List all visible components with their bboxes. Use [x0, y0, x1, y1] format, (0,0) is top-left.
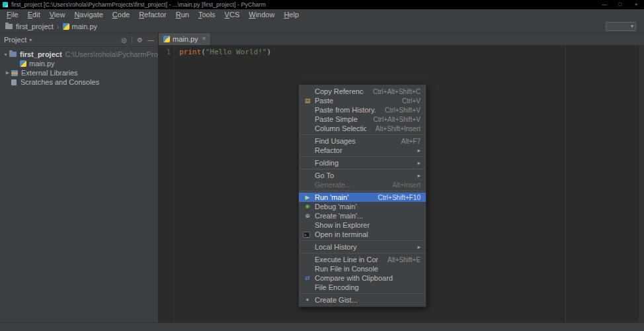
breadcrumb-project[interactable]: first_project: [16, 23, 54, 30]
menu-refactor[interactable]: Refactor: [134, 9, 171, 20]
tree-item-label: main.py: [29, 60, 55, 68]
line-number: 1: [167, 48, 171, 56]
menu-item-file-encoding[interactable]: File Encoding: [299, 283, 426, 292]
menu-item-run-file-in-console[interactable]: Run File in Console: [299, 264, 426, 273]
python-file-icon: [63, 23, 69, 30]
menu-item-compare-with-clipboard[interactable]: ⇄ Compare with Clipboard: [299, 273, 426, 283]
menu-tools[interactable]: Tools: [194, 9, 220, 20]
menu-separator: [300, 134, 425, 135]
tree-item-main-py[interactable]: main.py: [0, 59, 158, 68]
tree-item-path: C:\Users\rohola\PycharmProjects\first_pr…: [65, 50, 158, 58]
tree-expanded-icon[interactable]: ▼: [2, 52, 9, 57]
project-tool-window: Project ▾ ◎ ⚙ — ▼ first_project C:\Users…: [0, 33, 159, 322]
close-button[interactable]: ×: [628, 0, 644, 9]
editor-gutter: 1: [159, 46, 175, 322]
menu-item-refactor[interactable]: Refactor ▸: [299, 146, 426, 155]
menu-window[interactable]: Window: [244, 9, 279, 20]
project-panel-title[interactable]: Project: [4, 36, 26, 44]
menu-item-column-selection-mode[interactable]: Column Selection Mode Alt+Shift+Insert: [299, 124, 426, 133]
locate-file-icon[interactable]: ◎: [121, 36, 127, 44]
menu-separator: [300, 169, 425, 169]
title-bar: first_project [C:\Users\rohola\PycharmPr…: [0, 0, 644, 9]
menu-item-paste[interactable]: ▤ Paste Ctrl+V: [299, 96, 426, 105]
menu-separator: [300, 240, 425, 241]
toolbar-divider: [132, 36, 132, 44]
run-configuration-select[interactable]: ▾: [606, 22, 636, 31]
code-line: print("Hello World!"): [179, 48, 271, 56]
chevron-down-icon[interactable]: ▾: [29, 37, 32, 43]
menu-item-paste-simple[interactable]: Paste Simple Ctrl+Alt+Shift+V: [299, 115, 426, 124]
breadcrumb-file[interactable]: main.py: [72, 23, 98, 30]
menu-view[interactable]: View: [45, 9, 70, 20]
tree-item-external-libraries[interactable]: ▶ External Libraries: [0, 68, 158, 77]
menu-item-go-to[interactable]: Go To ▸: [299, 171, 426, 180]
hard-wrap-guide: [565, 46, 566, 322]
minimize-button[interactable]: —: [596, 0, 612, 9]
menu-item-run-main[interactable]: ▶ Run 'main' Ctrl+Shift+F10: [299, 193, 426, 202]
submenu-arrow-icon: ▸: [417, 172, 421, 179]
close-tab-icon[interactable]: ×: [202, 36, 206, 42]
terminal-icon: >_: [303, 232, 310, 238]
menu-item-local-history[interactable]: Local History ▸: [299, 242, 426, 252]
editor-context-menu: Copy Reference Ctrl+Alt+Shift+C ▤ Paste …: [298, 84, 426, 307]
maximize-button[interactable]: □: [612, 0, 628, 9]
tree-collapsed-icon[interactable]: ▶: [4, 70, 11, 75]
menu-item-folding[interactable]: Folding ▸: [299, 158, 426, 167]
menu-bar: File Edit View Navigate Code Refactor Ru…: [0, 9, 644, 20]
menu-help[interactable]: Help: [279, 9, 303, 20]
hide-panel-icon[interactable]: —: [147, 36, 154, 44]
menu-file[interactable]: File: [2, 9, 23, 20]
submenu-arrow-icon: ▸: [417, 244, 421, 250]
menu-code[interactable]: Code: [108, 9, 134, 20]
menu-vcs[interactable]: VCS: [220, 9, 245, 20]
chevron-down-icon: ▾: [631, 23, 633, 29]
menu-navigate[interactable]: Navigate: [69, 9, 107, 20]
python-file-icon: [163, 36, 170, 42]
paste-icon: ▤: [303, 96, 312, 105]
status-bar: [0, 322, 644, 331]
breadcrumb-separator-icon: ›: [57, 23, 60, 30]
project-panel-toolbar: ◎ ⚙ —: [121, 36, 154, 44]
code-paren-close: ): [266, 48, 271, 56]
submenu-arrow-icon: ▸: [417, 147, 421, 154]
menu-edit[interactable]: Edit: [23, 9, 45, 20]
run-icon: ▶: [303, 193, 312, 202]
menu-run[interactable]: Run: [171, 9, 194, 20]
project-folder-icon: [5, 24, 13, 29]
project-tree: ▼ first_project C:\Users\rohola\PycharmP…: [0, 47, 158, 87]
menu-item-copy-reference[interactable]: Copy Reference Ctrl+Alt+Shift+C: [299, 87, 426, 96]
editor-scrollbar[interactable]: [639, 46, 644, 322]
menu-item-execute-line-in-console[interactable]: Execute Line in Console Alt+Shift+E: [299, 255, 426, 264]
editor-tab-bar: main.py ×: [159, 33, 644, 46]
tab-label: main.py: [173, 35, 198, 43]
tree-item-first-project[interactable]: ▼ first_project C:\Users\rohola\PycharmP…: [0, 50, 158, 59]
tab-main-py[interactable]: main.py ×: [159, 33, 211, 45]
menu-item-debug-main[interactable]: ◉ Debug 'main': [299, 202, 426, 211]
tree-item-scratches[interactable]: Scratches and Consoles: [0, 77, 158, 87]
menu-separator: [300, 293, 425, 294]
project-panel-header: Project ▾ ◎ ⚙ —: [0, 33, 158, 47]
tree-item-label: External Libraries: [21, 69, 78, 77]
menu-item-generate: Generate... Alt+Insert: [299, 180, 426, 189]
tree-item-label: first_project: [20, 50, 62, 58]
submenu-arrow-icon: ▸: [417, 160, 421, 166]
menu-item-find-usages[interactable]: Find Usages Alt+F7: [299, 136, 426, 146]
menu-item-open-in-terminal[interactable]: >_ Open in terminal: [299, 230, 426, 239]
menu-item-paste-from-history[interactable]: Paste from History... Ctrl+Shift+V: [299, 105, 426, 115]
gear-icon[interactable]: ⚙: [137, 36, 143, 44]
compare-clipboard-icon: ⇄: [303, 273, 312, 283]
window-title: first_project [C:\Users\rohola\PycharmPr…: [11, 1, 596, 8]
create-run-config-icon: ⊕: [303, 211, 312, 220]
navigation-bar: first_project › main.py ▾: [0, 20, 644, 33]
pycharm-logo-icon: [3, 2, 8, 7]
tree-item-label: Scratches and Consoles: [20, 78, 99, 86]
menu-item-create-gist[interactable]: ● Create Gist...: [299, 295, 426, 305]
github-gist-icon: ●: [303, 295, 312, 305]
menu-separator: [300, 156, 425, 157]
menu-item-create-main[interactable]: ⊕ Create 'main'...: [299, 211, 426, 220]
menu-item-show-in-explorer[interactable]: Show in Explorer: [299, 220, 426, 230]
folder-icon: [9, 52, 17, 57]
python-file-icon: [20, 60, 26, 67]
libraries-icon: [11, 70, 18, 76]
debug-icon: ◉: [303, 202, 312, 211]
